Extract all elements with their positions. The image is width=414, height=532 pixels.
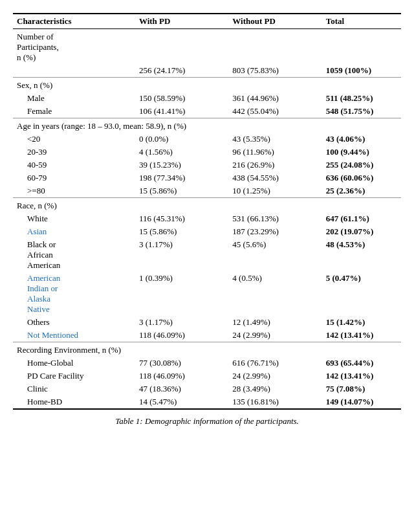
row-label: Black or African American	[13, 238, 135, 272]
section-header-race: Race, n (%)	[13, 198, 401, 213]
row-without-pd: 12 (1.49%)	[228, 316, 321, 329]
section-header-label-participants: Number of Participants, n (%)	[13, 29, 401, 65]
table-row: 20-394 (1.56%)96 (11.96%)100 (9.44%)	[13, 146, 401, 159]
row-total: 149 (14.07%)	[322, 395, 401, 409]
header-total: Total	[322, 14, 401, 29]
row-without-pd: 24 (2.99%)	[228, 329, 321, 342]
row-label: White	[13, 212, 135, 225]
row-total: 15 (1.42%)	[322, 316, 401, 329]
section-header-label-age: Age in years (range: 18 – 93.0, mean: 58…	[13, 118, 401, 133]
row-without-pd: 45 (5.6%)	[228, 238, 321, 272]
header-characteristics: Characteristics	[13, 14, 135, 29]
section-header-recording: Recording Environment, n (%)	[13, 342, 401, 357]
row-total: 693 (65.44%)	[322, 357, 401, 370]
row-without-pd: 187 (23.29%)	[228, 225, 321, 238]
row-with-pd: 150 (58.59%)	[135, 92, 228, 105]
row-label: Male	[13, 92, 135, 105]
section-header-age: Age in years (range: 18 – 93.0, mean: 58…	[13, 118, 401, 133]
row-label: 40-59	[13, 159, 135, 172]
row-without-pd: 28 (3.49%)	[228, 382, 321, 395]
row-total: 100 (9.44%)	[322, 146, 401, 159]
row-without-pd: 803 (75.83%)	[228, 64, 321, 78]
row-total: 48 (4.53%)	[322, 238, 401, 272]
row-total: 5 (0.47%)	[322, 272, 401, 316]
row-label: Asian	[13, 225, 135, 238]
row-without-pd: 135 (16.81%)	[228, 395, 321, 409]
row-without-pd: 96 (11.96%)	[228, 146, 321, 159]
row-with-pd: 77 (30.08%)	[135, 357, 228, 370]
table-row: <200 (0.0%)43 (5.35%)43 (4.06%)	[13, 133, 401, 146]
table-row: Black or African American3 (1.17%)45 (5.…	[13, 238, 401, 272]
row-total: 75 (7.08%)	[322, 382, 401, 395]
row-total: 511 (48.25%)	[322, 92, 401, 105]
row-with-pd: 15 (5.86%)	[135, 184, 228, 198]
table-row: Male150 (58.59%)361 (44.96%)511 (48.25%)	[13, 92, 401, 105]
table-row: Home-Global77 (30.08%)616 (76.71%)693 (6…	[13, 357, 401, 370]
row-label: Home-Global	[13, 357, 135, 370]
row-without-pd: 216 (26.9%)	[228, 159, 321, 172]
row-with-pd: 0 (0.0%)	[135, 133, 228, 146]
row-with-pd: 47 (18.36%)	[135, 382, 228, 395]
row-total: 255 (24.08%)	[322, 159, 401, 172]
row-label: Home-BD	[13, 395, 135, 409]
row-without-pd: 10 (1.25%)	[228, 184, 321, 198]
row-label: 60-79	[13, 172, 135, 184]
table-row: American Indian or Alaska Native1 (0.39%…	[13, 272, 401, 316]
row-total: 142 (13.41%)	[322, 329, 401, 342]
row-with-pd: 1 (0.39%)	[135, 272, 228, 316]
table-row: PD Care Facility118 (46.09%)24 (2.99%)14…	[13, 370, 401, 382]
row-label: PD Care Facility	[13, 370, 135, 382]
table-caption: Table 1: Demographic information of the …	[13, 416, 401, 427]
row-total: 202 (19.07%)	[322, 225, 401, 238]
row-label: 20-39	[13, 146, 135, 159]
table-row: >=8015 (5.86%)10 (1.25%)25 (2.36%)	[13, 184, 401, 198]
row-without-pd: 442 (55.04%)	[228, 105, 321, 118]
row-without-pd: 361 (44.96%)	[228, 92, 321, 105]
header-without-pd: Without PD	[228, 14, 321, 29]
row-with-pd: 15 (5.86%)	[135, 225, 228, 238]
row-with-pd: 4 (1.56%)	[135, 146, 228, 159]
row-label: Female	[13, 105, 135, 118]
row-total: 142 (13.41%)	[322, 370, 401, 382]
table-row: 60-79198 (77.34%)438 (54.55%)636 (60.06%…	[13, 172, 401, 184]
row-label: <20	[13, 133, 135, 146]
row-total: 636 (60.06%)	[322, 172, 401, 184]
row-without-pd: 616 (76.71%)	[228, 357, 321, 370]
row-total: 43 (4.06%)	[322, 133, 401, 146]
section-header-label-sex: Sex, n (%)	[13, 78, 401, 93]
table-row: Not Mentioned118 (46.09%)24 (2.99%)142 (…	[13, 329, 401, 342]
row-with-pd: 3 (1.17%)	[135, 316, 228, 329]
row-total: 647 (61.1%)	[322, 212, 401, 225]
row-without-pd: 4 (0.5%)	[228, 272, 321, 316]
table-row: Home-BD14 (5.47%)135 (16.81%)149 (14.07%…	[13, 395, 401, 409]
table-row: 256 (24.17%)803 (75.83%)1059 (100%)	[13, 64, 401, 78]
row-without-pd: 438 (54.55%)	[228, 172, 321, 184]
table-row: Female106 (41.41%)442 (55.04%)548 (51.75…	[13, 105, 401, 118]
section-header-label-race: Race, n (%)	[13, 198, 401, 213]
row-with-pd: 256 (24.17%)	[135, 64, 228, 78]
row-total: 548 (51.75%)	[322, 105, 401, 118]
table-row: Clinic47 (18.36%)28 (3.49%)75 (7.08%)	[13, 382, 401, 395]
row-without-pd: 531 (66.13%)	[228, 212, 321, 225]
row-without-pd: 24 (2.99%)	[228, 370, 321, 382]
row-label: Not Mentioned	[13, 329, 135, 342]
table-row: 40-5939 (15.23%)216 (26.9%)255 (24.08%)	[13, 159, 401, 172]
section-header-label-recording: Recording Environment, n (%)	[13, 342, 401, 357]
row-label: Clinic	[13, 382, 135, 395]
row-with-pd: 118 (46.09%)	[135, 370, 228, 382]
row-label: Others	[13, 316, 135, 329]
table-row: White116 (45.31%)531 (66.13%)647 (61.1%)	[13, 212, 401, 225]
row-without-pd: 43 (5.35%)	[228, 133, 321, 146]
header-with-pd: With PD	[135, 14, 228, 29]
row-with-pd: 198 (77.34%)	[135, 172, 228, 184]
row-with-pd: 116 (45.31%)	[135, 212, 228, 225]
statistics-table: Characteristics With PD Without PD Total…	[13, 13, 401, 410]
table-row: Asian15 (5.86%)187 (23.29%)202 (19.07%)	[13, 225, 401, 238]
row-total: 25 (2.36%)	[322, 184, 401, 198]
row-with-pd: 3 (1.17%)	[135, 238, 228, 272]
table-row: Others3 (1.17%)12 (1.49%)15 (1.42%)	[13, 316, 401, 329]
row-label	[13, 64, 135, 78]
row-with-pd: 39 (15.23%)	[135, 159, 228, 172]
row-label: American Indian or Alaska Native	[13, 272, 135, 316]
row-with-pd: 106 (41.41%)	[135, 105, 228, 118]
